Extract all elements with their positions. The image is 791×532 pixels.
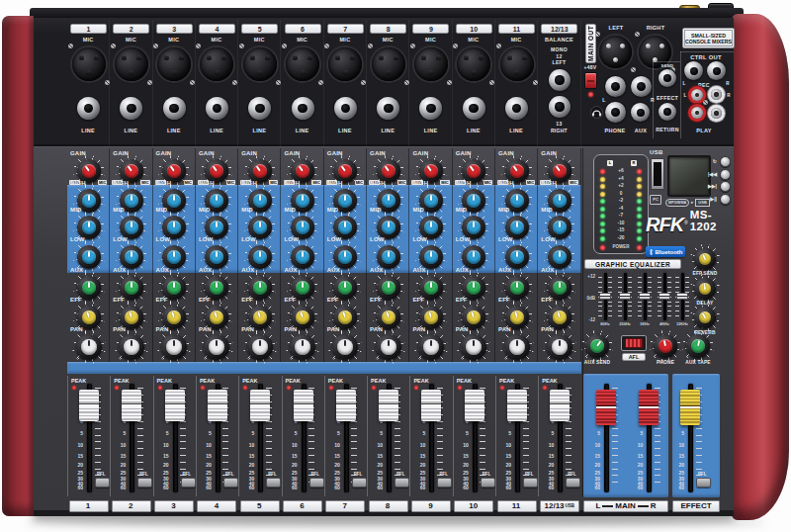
bluetooth-badge: Bluetooth — [646, 246, 685, 257]
phone-knob[interactable] — [654, 334, 677, 358]
low-eq-knob[interactable] — [162, 245, 186, 269]
fader-cap[interactable] — [165, 390, 185, 421]
play-pause-button[interactable] — [720, 194, 731, 205]
reverb-knob[interactable] — [694, 307, 716, 328]
fader-cap[interactable] — [208, 390, 227, 421]
mode-button[interactable] — [720, 156, 731, 167]
fader-cap[interactable] — [336, 390, 356, 421]
fader-cap[interactable] — [250, 390, 270, 421]
fader-cap[interactable] — [639, 390, 659, 425]
pfl-button[interactable] — [352, 478, 367, 488]
pfl-button[interactable] — [437, 478, 452, 488]
pfl-button[interactable] — [95, 478, 110, 488]
fader-cap[interactable] — [507, 390, 527, 421]
fader-scale-mark: 20 — [111, 463, 126, 468]
previous-button[interactable] — [720, 169, 731, 180]
pfl-button[interactable] — [696, 478, 711, 488]
eq-slider-cap[interactable] — [619, 293, 631, 300]
pan-knob[interactable] — [161, 334, 187, 360]
fader-cap[interactable] — [680, 390, 700, 425]
low-eq-knob[interactable] — [505, 245, 529, 269]
pan-knob[interactable] — [547, 334, 572, 360]
eq-slider-cap[interactable] — [659, 293, 670, 300]
low-eq-knob[interactable] — [462, 245, 485, 269]
pan-knob[interactable] — [204, 334, 229, 360]
line-jack — [334, 97, 357, 120]
aux-tape-knob[interactable] — [686, 334, 710, 358]
pfl-button[interactable] — [137, 478, 152, 488]
low-eq-knob[interactable] — [333, 245, 357, 269]
pfl-button[interactable] — [566, 478, 580, 488]
eq-slider-cap[interactable] — [639, 293, 651, 300]
fader-scale-mark: 15 — [496, 454, 511, 459]
fader-cap[interactable] — [379, 390, 398, 421]
registered-mark: ® — [684, 220, 688, 225]
channel-knob-strip: GAIN LINE MIC HIGH MID LOW AUX EFF PAN — [453, 148, 495, 362]
phones-label: PHONE — [601, 128, 629, 133]
main-right-label: RIGHT — [640, 25, 671, 31]
mic-label: MIC — [196, 37, 237, 43]
channel-label: 11 — [497, 500, 537, 512]
ctrl-out-label: CTRL OUT — [686, 54, 726, 61]
pan-knob[interactable] — [332, 334, 358, 360]
delay-knob[interactable] — [694, 278, 716, 300]
next-button[interactable] — [720, 181, 731, 192]
pfl-button[interactable] — [481, 478, 495, 488]
pfl-button[interactable] — [309, 478, 324, 488]
low-eq-knob[interactable] — [77, 245, 101, 269]
channel-input-column: 5 MIC LINE — [238, 20, 281, 146]
low-eq-knob[interactable] — [548, 245, 571, 269]
peak-led — [500, 386, 504, 390]
phantom-power-switch[interactable] — [584, 72, 597, 89]
pfl-button[interactable] — [223, 478, 238, 488]
afl-button[interactable] — [625, 338, 643, 348]
fader-scale-mark: 10 — [368, 443, 383, 448]
pan-knob[interactable] — [461, 334, 486, 360]
pan-knob[interactable] — [247, 334, 273, 360]
gain-max-label: MIC — [526, 180, 535, 185]
fader-cap[interactable] — [465, 390, 484, 421]
channel-fader-strip: PEAK 0 5 10 15 20 25 30 40 60 PFL — [196, 376, 238, 496]
pan-knob[interactable] — [76, 334, 102, 360]
fader-scale-mark: 5 — [585, 431, 600, 436]
fader-cap[interactable] — [550, 390, 570, 421]
power-label: POWER — [605, 245, 637, 250]
fader-scale-mark: 60 — [368, 486, 383, 490]
meter-row: -7 — [600, 214, 642, 220]
low-eq-knob[interactable] — [205, 245, 228, 269]
eq-slider-cap[interactable] — [676, 293, 688, 300]
low-eq-knob[interactable] — [120, 245, 143, 269]
eq-slider-cap[interactable] — [599, 293, 611, 300]
fader-cap[interactable] — [122, 390, 141, 421]
low-eq-knob[interactable] — [291, 245, 314, 269]
return-label: RETURN — [654, 128, 681, 133]
pan-knob[interactable] — [376, 334, 401, 360]
pan-knob[interactable] — [119, 334, 144, 360]
meter-led-right — [637, 192, 642, 197]
pan-knob[interactable] — [290, 334, 315, 360]
fader-scale-mark: 15 — [454, 454, 469, 459]
fader-cap[interactable] — [421, 390, 441, 421]
pfl-button[interactable] — [523, 478, 538, 488]
pfl-button[interactable] — [181, 478, 196, 488]
pan-knob[interactable] — [504, 334, 530, 360]
pfl-button[interactable] — [266, 478, 281, 488]
eff-send-knob[interactable] — [694, 248, 716, 270]
pan-knob[interactable] — [418, 334, 444, 360]
channel-knob-strip: GAIN LINE MIC HIGH MID LOW AUX EFF PAN — [282, 148, 324, 362]
fader-cap[interactable] — [596, 390, 616, 425]
effect-label: EFFECT — [672, 500, 720, 512]
aux-send-knob[interactable] — [585, 334, 609, 358]
fader-cap[interactable] — [294, 390, 313, 421]
low-eq-knob[interactable] — [248, 245, 272, 269]
pfl-button[interactable] — [395, 478, 409, 488]
line-jack — [77, 97, 100, 120]
main-out-left-xlr — [599, 36, 632, 68]
mid-label: MID — [456, 207, 468, 213]
eq-band-slider: 80Hz — [597, 271, 613, 328]
eff-label: EFF — [199, 297, 211, 303]
low-eq-knob[interactable] — [377, 245, 400, 269]
bluetooth-icon — [649, 248, 654, 256]
fader-cap[interactable] — [79, 390, 99, 421]
low-eq-knob[interactable] — [419, 245, 443, 269]
